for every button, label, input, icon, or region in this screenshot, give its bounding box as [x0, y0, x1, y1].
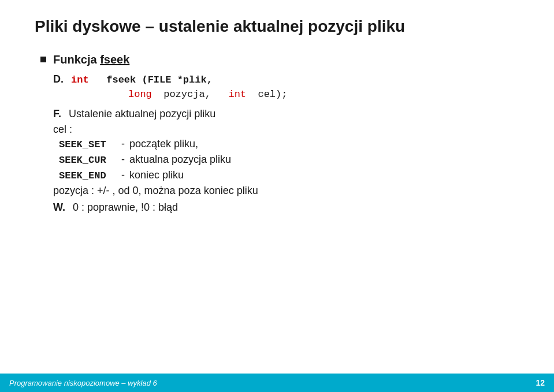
code-line-2: long pozycja, int cel); [70, 89, 519, 100]
seek-cur-value: aktualna pozycja pliku [129, 154, 231, 166]
keyword-long: long [128, 89, 152, 100]
bullet-label: Funkcja fseek [53, 53, 129, 66]
seek-set-row: SEEK_SET - początek pliku, [59, 138, 519, 150]
section-w-label: W. 0 : poprawnie, !0 : błąd [53, 201, 519, 214]
section-f-label: F. Ustalenie aktualnej pozycji pliku [53, 108, 519, 120]
slide-container: Pliki dyskowe – ustalenie aktualnej pozy… [0, 0, 554, 374]
bullet-funkcja-fseek: Funkcja fseek [40, 53, 519, 66]
seek-end-row: SEEK_END - koniec pliku [59, 169, 519, 181]
pozycja-line: pozycja : +/- , od 0, można poza koniec … [53, 185, 519, 197]
section-f: F. Ustalenie aktualnej pozycji pliku cel… [53, 108, 519, 197]
content-area: Funkcja fseek D. int fseek (FILE *plik, … [35, 53, 519, 362]
slide-title: Pliki dyskowe – ustalenie aktualnej pozy… [35, 17, 519, 36]
code-block: int fseek (FILE *plik, [71, 74, 213, 85]
seek-table: SEEK_SET - początek pliku, SEEK_CUR - ak… [59, 138, 519, 181]
seek-end-value: koniec pliku [129, 169, 184, 181]
seek-end-dash: - [121, 169, 125, 181]
bullet-square-icon [40, 57, 46, 62]
code-cel: cel); [252, 89, 287, 100]
section-w: W. 0 : poprawnie, !0 : błąd [53, 201, 519, 214]
footer-left: Programowanie niskopoziomowe – wykład 6 [9, 379, 157, 387]
code-fseek: fseek (FILE *plik, [95, 74, 213, 85]
cel-label: cel : [53, 124, 519, 136]
seek-end-key: SEEK_END [59, 170, 117, 181]
footer-page: 12 [536, 378, 545, 387]
section-d-label: D. int fseek (FILE *plik, [53, 73, 519, 85]
keyword-int2: int [228, 89, 246, 100]
code-pozycja: pozycja, [158, 89, 222, 100]
seek-cur-key: SEEK_CUR [59, 155, 117, 166]
seek-set-key: SEEK_SET [59, 139, 117, 150]
footer: Programowanie niskopoziomowe – wykład 6 … [0, 374, 554, 392]
section-d: D. int fseek (FILE *plik, long pozycja, … [53, 73, 519, 100]
seek-cur-dash: - [121, 154, 125, 166]
seek-cur-row: SEEK_CUR - aktualna pozycja pliku [59, 154, 519, 166]
seek-set-dash: - [121, 138, 125, 150]
keyword-int: int [71, 74, 89, 85]
seek-set-value: początek pliku, [129, 138, 198, 150]
section-w-text: 0 : poprawnie, !0 : błąd [73, 201, 178, 213]
section-f-description: Ustalenie aktualnej pozycji pliku [69, 108, 215, 120]
